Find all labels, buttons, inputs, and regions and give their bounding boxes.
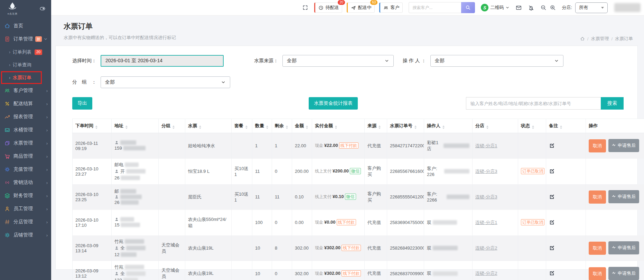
edit-remark-icon[interactable]: [549, 245, 555, 251]
sidebar-item-6[interactable]: 配送结算›: [0, 97, 51, 110]
pulse-icon: [612, 271, 616, 276]
funds-report-button[interactable]: 水票资金统计报表: [309, 97, 358, 110]
column-header-9[interactable]: 来源: [365, 119, 387, 133]
quick-button-待配送[interactable]: 待配送20: [314, 2, 342, 13]
sort-icon[interactable]: [335, 125, 337, 129]
cancel-order-button[interactable]: 取消: [589, 267, 606, 280]
sort-icon[interactable]: [306, 125, 308, 129]
sidebar-item-2[interactable]: ›订单列表20: [0, 46, 51, 58]
cell-branch: 连锁-分店2: [473, 261, 518, 280]
column-header-13[interactable]: 状态: [518, 119, 546, 133]
cancel-order-button[interactable]: 取消: [589, 139, 606, 152]
sort-icon[interactable]: [486, 125, 488, 129]
sort-icon[interactable]: [442, 125, 445, 129]
quick-button-客户[interactable]: 客户: [379, 2, 403, 13]
sidebar-item-9[interactable]: 水票管理›: [0, 137, 51, 150]
fullscreen-icon[interactable]: [302, 4, 308, 11]
cell-amount: 0.10: [292, 184, 312, 210]
column-header-11[interactable]: 操作人: [424, 119, 473, 133]
sort-icon[interactable]: [532, 125, 534, 129]
sidebar-item-12[interactable]: 营销活动›: [0, 176, 51, 189]
column-header-3[interactable]: 水票: [185, 119, 232, 133]
edit-remark-icon[interactable]: [549, 168, 555, 174]
column-header-1[interactable]: 地址: [112, 119, 159, 133]
apply-aftersale-button[interactable]: 申请售后: [608, 241, 639, 254]
sort-icon[interactable]: [172, 125, 175, 129]
sidebar-item-11[interactable]: 充值管理›: [0, 163, 51, 176]
column-header-7[interactable]: 金额: [292, 119, 312, 133]
quick-button-配送中[interactable]: 配送中63: [347, 2, 375, 13]
column-header-2[interactable]: 分组: [159, 119, 185, 133]
sidebar-item-13[interactable]: 财务管理›: [0, 189, 51, 202]
apply-aftersale-button[interactable]: 申请售后: [608, 190, 639, 203]
branch-link[interactable]: 连锁-分店2: [475, 245, 497, 251]
sidebar-item-15[interactable]: 分店管理›: [0, 215, 51, 228]
branch-link[interactable]: 连锁-分店3: [475, 169, 497, 174]
sort-icon[interactable]: [286, 125, 288, 129]
sort-icon[interactable]: [125, 125, 128, 129]
column-header-12[interactable]: 分店: [473, 119, 518, 133]
edit-remark-icon[interactable]: [549, 142, 555, 148]
mail-icon[interactable]: [515, 4, 522, 11]
column-header-4[interactable]: 套餐: [232, 119, 252, 133]
sort-icon[interactable]: [245, 125, 248, 129]
breadcrumb-item[interactable]: 水票管理: [591, 36, 609, 42]
search-button[interactable]: [461, 2, 475, 13]
column-header-15[interactable]: 操作: [586, 119, 644, 133]
chevron-right-icon: ›: [46, 206, 48, 212]
edit-remark-icon[interactable]: [549, 270, 555, 276]
sidebar-item-3[interactable]: ›订单查询: [0, 58, 51, 71]
column-header-0[interactable]: 下单时间: [73, 119, 112, 133]
branch-select[interactable]: 所有: [575, 2, 608, 13]
table-search-button[interactable]: 搜索: [601, 97, 624, 110]
qrcode-menu[interactable]: S 二维码: [481, 4, 510, 11]
zoom-out-icon[interactable]: [540, 4, 547, 11]
apply-aftersale-button[interactable]: 申请售后: [608, 267, 639, 280]
column-header-5[interactable]: 数量: [252, 119, 272, 133]
copy-icon: [4, 140, 10, 146]
user-account-redacted[interactable]: [614, 3, 641, 12]
branch-link[interactable]: 连锁-分店3: [475, 194, 497, 199]
group-select[interactable]: 全部: [101, 76, 230, 88]
edit-remark-icon[interactable]: [549, 194, 555, 199]
edit-remark-icon[interactable]: [549, 219, 555, 225]
sort-icon[interactable]: [266, 125, 268, 129]
cell-remark: [546, 184, 586, 210]
table-search-input[interactable]: [466, 97, 601, 110]
column-header-8[interactable]: 实付金额: [312, 119, 365, 133]
sidebar-item-0[interactable]: 首页: [0, 19, 51, 32]
sort-icon[interactable]: [379, 125, 381, 129]
zoom-in-icon[interactable]: [550, 4, 556, 11]
cancel-order-button[interactable]: 取消: [589, 190, 606, 204]
sidebar-item-4[interactable]: ›水票订单: [0, 71, 51, 84]
branch-link[interactable]: 连锁-分店1: [475, 220, 497, 225]
sort-icon[interactable]: [199, 125, 201, 129]
source-select[interactable]: 全部: [282, 55, 394, 67]
home-icon[interactable]: [580, 36, 585, 41]
sidebar-item-7[interactable]: 报表管理›: [0, 110, 51, 123]
date-range-input[interactable]: [101, 55, 224, 67]
collapse-toggle-icon[interactable]: [39, 6, 46, 12]
sidebar-item-8[interactable]: 水桶管理›: [0, 123, 51, 137]
customer-search-input[interactable]: [409, 2, 461, 13]
sort-icon[interactable]: [560, 125, 562, 129]
bell-off-icon[interactable]: [528, 4, 534, 11]
export-button[interactable]: 导出: [72, 97, 92, 110]
sidebar-item-14[interactable]: 员工管理›: [0, 202, 51, 215]
operator-select[interactable]: 全部: [430, 55, 563, 67]
column-header-10[interactable]: 水票订单号: [387, 119, 424, 133]
sidebar-item-1[interactable]: 订单管理新: [0, 32, 51, 46]
column-header-6[interactable]: 剩余: [272, 119, 292, 133]
sidebar-item-10[interactable]: 商品管理›: [0, 150, 51, 163]
sort-icon[interactable]: [95, 125, 97, 129]
sidebar-item-16[interactable]: 店铺管理›: [0, 228, 51, 242]
column-header-14[interactable]: 备注: [546, 119, 586, 133]
time-filter-label: 选择时间：: [72, 58, 96, 64]
sidebar-item-5[interactable]: 客户管理›: [0, 84, 51, 97]
cancel-order-button[interactable]: 取消: [589, 242, 606, 255]
cell-qty: 1: [252, 133, 272, 159]
branch-link[interactable]: 连锁-分店1: [475, 143, 497, 148]
apply-aftersale-button[interactable]: 申请售后: [608, 139, 639, 152]
sort-icon[interactable]: [414, 125, 417, 129]
branch-link[interactable]: 连锁-分店2: [475, 271, 497, 276]
